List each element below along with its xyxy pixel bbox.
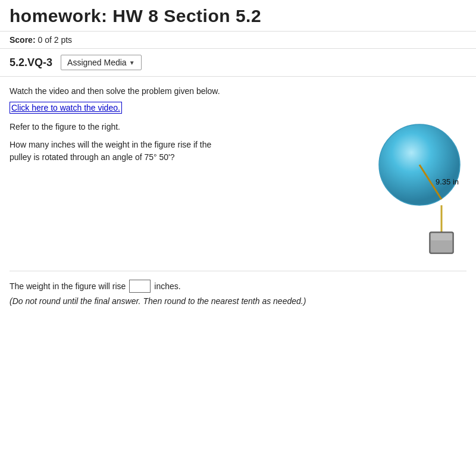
refer-text: Refer to the figure to the right.: [10, 122, 359, 131]
question-bar: 5.2.VQ-3 Assigned Media ▼: [0, 49, 476, 77]
pulley-svg: 9.35 in: [373, 122, 465, 259]
answer-prefix: The weight in the figure will rise: [10, 281, 126, 291]
page-title: homework: HW 8 Section 5.2: [10, 6, 261, 26]
weight-box-top: [431, 233, 452, 240]
header-bar: homework: HW 8 Section 5.2: [0, 0, 476, 32]
video-link[interactable]: Click here to watch the video.: [10, 102, 122, 114]
page-container: homework: HW 8 Section 5.2 Score: 0 of 2…: [0, 0, 476, 476]
assigned-media-button[interactable]: Assigned Media ▼: [61, 55, 142, 70]
assigned-media-label: Assigned Media: [67, 58, 127, 67]
pulley-figure: 9.35 in: [371, 122, 466, 259]
radius-label-text: 9.35 in: [436, 177, 459, 186]
question-text: How many inches will the weight in the f…: [10, 139, 359, 164]
question-line2: pulley is rotated through an angle of 75…: [10, 152, 175, 162]
watch-instruction: Watch the video and then solve the probl…: [10, 86, 466, 96]
answer-input[interactable]: [129, 280, 151, 293]
score-value: 0 of 2 pts: [37, 35, 72, 45]
score-label: Score:: [10, 35, 36, 45]
problem-text: Refer to the figure to the right. How ma…: [10, 122, 359, 164]
answer-note: (Do not round until the final answer. Th…: [10, 296, 466, 306]
problem-section: Refer to the figure to the right. How ma…: [10, 122, 466, 259]
content-area: Watch the video and then solve the probl…: [0, 77, 476, 318]
answer-row: The weight in the figure will rise inche…: [10, 280, 466, 293]
score-bar: Score: 0 of 2 pts: [0, 32, 476, 49]
dropdown-arrow-icon: ▼: [129, 60, 135, 66]
pulley-svg-container: 9.35 in: [373, 122, 465, 259]
question-line1: How many inches will the weight in the f…: [10, 140, 211, 149]
answer-suffix: inches.: [154, 281, 180, 291]
answer-section: The weight in the figure will rise inche…: [10, 271, 466, 306]
question-id: 5.2.VQ-3: [10, 57, 52, 69]
